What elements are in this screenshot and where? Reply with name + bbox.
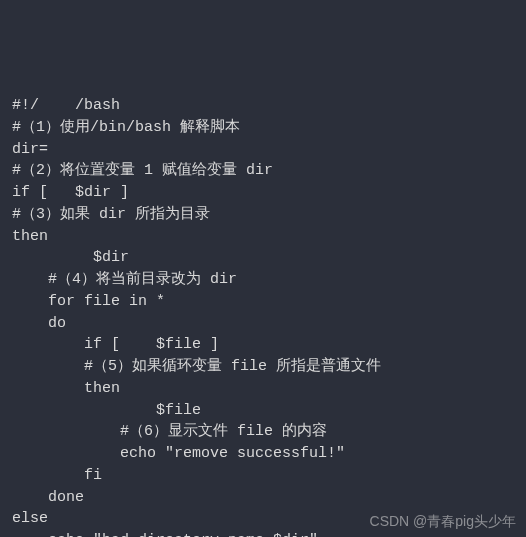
code-line: dir=: [12, 139, 514, 161]
code-line: $dir: [12, 247, 514, 269]
code-line: #（4）将当前目录改为 dir: [12, 269, 514, 291]
code-line: if [ $dir ]: [12, 182, 514, 204]
code-line: then: [12, 226, 514, 248]
code-line: then: [12, 378, 514, 400]
code-line: #（5）如果循环变量 file 所指是普通文件: [12, 356, 514, 378]
code-line: #（1）使用/bin/bash 解释脚本: [12, 117, 514, 139]
code-line: $file: [12, 400, 514, 422]
code-line: #（6）显示文件 file 的内容: [12, 421, 514, 443]
watermark-text: CSDN @青春pig头少年: [370, 511, 516, 531]
code-line: done: [12, 487, 514, 509]
code-line: echo "remove successful!": [12, 443, 514, 465]
code-line: #（3）如果 dir 所指为目录: [12, 204, 514, 226]
code-line: fi: [12, 465, 514, 487]
code-line: #（2）将位置变量 1 赋值给变量 dir: [12, 160, 514, 182]
code-line: for file in *: [12, 291, 514, 313]
code-line: #!/ /bash: [12, 95, 514, 117]
code-line: if [ $file ]: [12, 334, 514, 356]
code-block: #!/ /bash#（1）使用/bin/bash 解释脚本dir=#（2）将位置…: [12, 95, 514, 537]
code-line: do: [12, 313, 514, 335]
code-line: echo "bad directory name $dir": [12, 530, 514, 537]
